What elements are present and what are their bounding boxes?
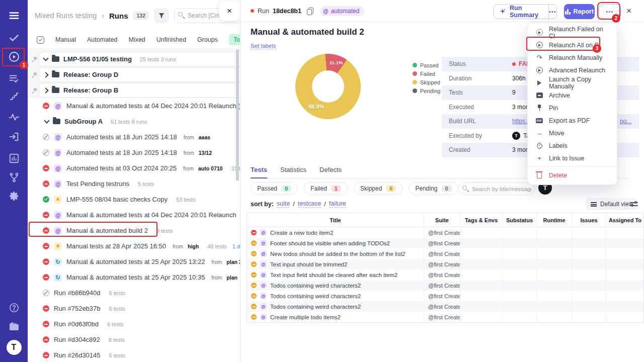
filter-tab-mixed[interactable]: Mixed <box>128 36 145 43</box>
pill-passed[interactable]: Passed0 <box>251 182 298 195</box>
set-labels-link[interactable]: Set labels <box>251 43 276 49</box>
steps-nav-icon[interactable] <box>8 90 20 103</box>
settings-gear-icon[interactable] <box>8 190 20 202</box>
run-row[interactable]: Test Pending testruns 5 tests <box>28 176 240 192</box>
hamburger-menu-icon[interactable] <box>8 10 20 22</box>
run-row[interactable]: Automated tests at 18 Jun 2025 14:18 fro… <box>28 145 240 160</box>
run-summary-main[interactable]: Run Summary <box>494 5 549 19</box>
report-button[interactable]: Report <box>564 4 595 19</box>
menu-item-launch-copy[interactable]: Launch a Copy Manually <box>528 76 617 89</box>
pill-pending[interactable]: Pending0 <box>409 182 458 195</box>
run-row[interactable]: Run #0d63f0bd 6 tests <box>28 316 240 332</box>
filter-button[interactable] <box>154 8 169 23</box>
menu-item-delete[interactable]: Delete <box>528 169 617 182</box>
tab-tests[interactable]: Tests <box>251 166 267 178</box>
filter-tab-today[interactable]: To <box>229 34 240 45</box>
pulse-nav-icon[interactable] <box>8 111 20 123</box>
branches-nav-icon[interactable] <box>8 171 20 184</box>
run-summary-more-icon[interactable] <box>549 5 556 19</box>
table-row[interactable]: Create a new todo item2 @first Create ..… <box>247 227 643 238</box>
run-group-row[interactable]: Release: Group B <box>28 82 240 98</box>
run-row[interactable]: Manual & automated tests at 25 Apr 2025 … <box>28 269 240 285</box>
table-row[interactable]: Text input should be trimmed2 @first Cre… <box>247 259 643 269</box>
columns-settings-icon[interactable] <box>630 201 638 208</box>
menu-item-move[interactable]: →Move <box>528 127 617 139</box>
pin-icon[interactable] <box>32 72 37 77</box>
run-row[interactable]: LMP-555 08/04 basic checks Copy 53 tests <box>28 192 240 207</box>
group-card[interactable]: LMP-556 01/05 testing 25 tests 3 runs <box>39 52 240 66</box>
build-url-link-end[interactable]: po... <box>620 118 631 125</box>
menu-item-labels[interactable]: Labels <box>528 139 617 152</box>
help-icon[interactable] <box>8 302 20 314</box>
group-card[interactable]: Release: Group D <box>39 67 240 82</box>
chevron-right-icon[interactable] <box>43 72 48 77</box>
sort-link-suite[interactable]: suite <box>277 200 290 208</box>
close-run-detail-icon[interactable]: × <box>626 7 631 15</box>
table-row[interactable]: Todos containing weird characters2 @firs… <box>247 301 643 312</box>
checks-nav-icon[interactable] <box>8 32 20 44</box>
filter-tab-groups[interactable]: Groups <box>197 36 218 43</box>
table-row[interactable]: Todos containing weird characters2 @firs… <box>247 291 643 301</box>
pill-failed[interactable]: Failed1 <box>304 182 348 195</box>
menu-item-link-to-issue[interactable]: +Link to Issue <box>528 152 617 164</box>
menu-item-relaunch-all[interactable]: Relaunch All on CI <box>528 39 617 51</box>
run-row[interactable]: Run #26d30145 5 tests <box>28 347 240 362</box>
analytics-nav-icon[interactable] <box>8 152 20 164</box>
run-row[interactable]: Manual & automated tests at 25 Apr 2025 … <box>28 254 240 269</box>
menu-item-pin[interactable]: Pin <box>528 102 617 114</box>
table-row[interactable]: Footer should be visible when adding TOD… <box>247 238 643 248</box>
menu-item-archive[interactable]: Archive <box>528 89 617 102</box>
run-row[interactable]: Run #b86b940d 6 tests <box>28 285 240 301</box>
from-label: from <box>173 243 183 249</box>
run-row[interactable]: Manual & automated tests at 04 Dec 2024 … <box>28 98 240 114</box>
run-summary-button[interactable]: Run Summary <box>494 4 557 19</box>
select-runs-icon[interactable] <box>37 36 44 44</box>
chevron-down-icon[interactable] <box>43 55 48 61</box>
tests-search-input[interactable] <box>458 183 535 195</box>
run-row-selected[interactable]: Manual & automated build 2 9 tests <box>28 223 240 238</box>
chevron-right-icon[interactable] <box>43 87 48 93</box>
pull-in-nav-icon[interactable] <box>8 131 20 143</box>
automated-badge[interactable]: @ automated <box>320 6 364 16</box>
table-row[interactable]: Text input field should be cleared after… <box>247 269 643 280</box>
pill-skipped[interactable]: Skipped8 <box>354 182 403 195</box>
run-row[interactable]: Manual & automated tests at 04 Dec 2024 … <box>28 207 240 223</box>
menu-item-relaunch-failed[interactable]: Relaunch Failed on CI <box>528 26 617 39</box>
workspace-avatar[interactable]: T <box>7 340 22 355</box>
run-row[interactable]: Automated tests at 18 Jun 2025 14:18 fro… <box>28 129 240 145</box>
run-group-row[interactable]: Release: Group D <box>28 67 240 82</box>
run-status-dot <box>251 9 254 13</box>
filter-tab-manual[interactable]: Manual <box>55 36 76 43</box>
sort-link-testcase[interactable]: testcase <box>298 200 321 208</box>
filter-tab-unfinished[interactable]: Unfinished <box>156 36 186 43</box>
run-row[interactable]: Run #d304c892 8 tests <box>28 332 240 347</box>
relaunch-all-icon <box>535 42 543 48</box>
filter-tab-automated[interactable]: Automated <box>87 36 117 43</box>
runs-play-nav-icon[interactable] <box>8 51 20 63</box>
run-row[interactable]: Automated tests at 03 Oct 2024 20:25 fro… <box>28 160 240 176</box>
table-row[interactable]: Create multiple todo items2 @first Creat… <box>247 312 643 322</box>
runs-list-scrollbar[interactable] <box>236 49 239 181</box>
table-row[interactable]: Todos containing weird characters2 @firs… <box>247 280 643 291</box>
chevron-down-icon[interactable] <box>44 118 49 123</box>
run-row[interactable]: Manual tests at 28 Apr 2025 16:50 from h… <box>28 238 240 254</box>
breadcrumb-project[interactable]: Mixed Runs testing <box>35 12 97 20</box>
menu-item-relaunch-manually[interactable]: ↷Relaunch Manually <box>528 51 617 64</box>
test-list-nav-icon[interactable] <box>8 72 20 84</box>
menu-item-export-pdf[interactable]: PDFExport as PDF <box>528 114 617 127</box>
pin-icon[interactable] <box>32 56 37 62</box>
runs-panel-close-button[interactable]: × <box>219 1 240 21</box>
tab-defects[interactable]: Defects <box>319 166 342 178</box>
table-row[interactable]: New todos should be added to the bottom … <box>247 248 643 259</box>
subgroup-row[interactable]: SubGroup A 61 tests 8 runs <box>28 114 240 129</box>
run-row[interactable]: Run #752eb37b 6 tests <box>28 301 240 316</box>
projects-folder-icon[interactable] <box>8 321 20 333</box>
copy-icon[interactable] <box>307 8 312 14</box>
pin-icon[interactable] <box>32 87 37 93</box>
run-group-row[interactable]: LMP-556 01/05 testing 25 tests 3 runs <box>28 51 240 67</box>
tab-statistics[interactable]: Statistics <box>280 166 306 178</box>
sort-link-failure[interactable]: failure <box>329 200 346 208</box>
defects-count[interactable]: 1 defects <box>232 243 240 249</box>
menu-item-advanced-relaunch[interactable]: Advanced Relaunch <box>528 64 617 76</box>
group-card[interactable]: Release: Group B <box>39 83 240 98</box>
